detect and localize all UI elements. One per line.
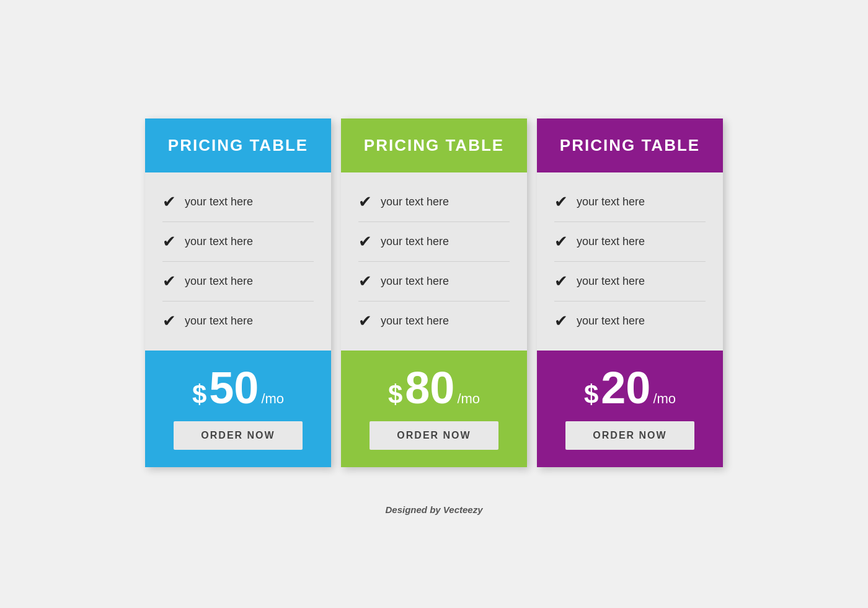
order-button-green[interactable]: ORDER NOW xyxy=(370,421,498,450)
footer-credit-text: Designed by xyxy=(385,504,443,515)
price-amount: 20 xyxy=(601,365,650,410)
feature-text: your text here xyxy=(185,275,253,288)
feature-item: ✔your text here xyxy=(358,182,510,222)
checkmark-icon: ✔ xyxy=(554,192,568,212)
feature-text: your text here xyxy=(381,315,449,328)
card-footer-purple: $20/moORDER NOW xyxy=(537,351,723,467)
feature-text: your text here xyxy=(381,195,449,208)
checkmark-icon: ✔ xyxy=(554,311,568,331)
price-dollar-sign: $ xyxy=(584,382,598,408)
price-period: /mo xyxy=(653,392,676,406)
feature-item: ✔your text here xyxy=(554,262,706,302)
checkmark-icon: ✔ xyxy=(358,272,372,291)
checkmark-icon: ✔ xyxy=(554,232,568,251)
feature-text: your text here xyxy=(577,315,645,328)
footer-credit: Designed by Vecteezy xyxy=(385,504,482,515)
card-features-green: ✔your text here✔your text here✔your text… xyxy=(341,172,527,351)
card-footer-green: $80/moORDER NOW xyxy=(341,351,527,467)
price-display: $50/mo xyxy=(157,365,319,410)
card-features-purple: ✔your text here✔your text here✔your text… xyxy=(537,172,723,351)
feature-item: ✔your text here xyxy=(162,182,314,222)
order-button-purple[interactable]: ORDER NOW xyxy=(565,421,694,450)
price-period: /mo xyxy=(261,392,284,406)
feature-text: your text here xyxy=(185,315,253,328)
feature-text: your text here xyxy=(577,275,645,288)
price-display: $20/mo xyxy=(549,365,711,410)
price-dollar-sign: $ xyxy=(192,382,206,408)
checkmark-icon: ✔ xyxy=(162,232,176,251)
price-amount: 50 xyxy=(209,365,259,410)
card-header-green: PRICING TABLE xyxy=(341,118,527,172)
feature-text: your text here xyxy=(577,195,645,208)
feature-text: your text here xyxy=(381,275,449,288)
card-header-blue: PRICING TABLE xyxy=(145,118,331,172)
checkmark-icon: ✔ xyxy=(162,311,176,331)
order-button-blue[interactable]: ORDER NOW xyxy=(174,421,303,450)
feature-text: your text here xyxy=(185,235,253,248)
checkmark-icon: ✔ xyxy=(358,232,372,251)
feature-text: your text here xyxy=(185,195,253,208)
checkmark-icon: ✔ xyxy=(162,192,176,212)
pricing-card-blue: PRICING TABLE✔your text here✔your text h… xyxy=(145,118,331,467)
feature-item: ✔your text here xyxy=(554,222,706,262)
pricing-card-purple: PRICING TABLE✔your text here✔your text h… xyxy=(537,118,723,467)
footer-brand: Vecteezy xyxy=(443,504,483,515)
checkmark-icon: ✔ xyxy=(162,272,176,291)
card-header-purple: PRICING TABLE xyxy=(537,118,723,172)
feature-item: ✔your text here xyxy=(358,222,510,262)
pricing-wrapper: PRICING TABLE✔your text here✔your text h… xyxy=(128,94,740,492)
feature-item: ✔your text here xyxy=(162,302,314,341)
price-dollar-sign: $ xyxy=(388,382,402,408)
price-display: $80/mo xyxy=(353,365,515,410)
feature-item: ✔your text here xyxy=(554,302,706,341)
card-features-blue: ✔your text here✔your text here✔your text… xyxy=(145,172,331,351)
checkmark-icon: ✔ xyxy=(554,272,568,291)
checkmark-icon: ✔ xyxy=(358,311,372,331)
feature-text: your text here xyxy=(381,235,449,248)
card-footer-blue: $50/moORDER NOW xyxy=(145,351,331,467)
checkmark-icon: ✔ xyxy=(358,192,372,212)
pricing-card-green: PRICING TABLE✔your text here✔your text h… xyxy=(341,118,527,467)
feature-item: ✔your text here xyxy=(358,262,510,302)
feature-item: ✔your text here xyxy=(554,182,706,222)
price-amount: 80 xyxy=(405,365,454,410)
feature-item: ✔your text here xyxy=(162,262,314,302)
price-period: /mo xyxy=(457,392,480,406)
feature-item: ✔your text here xyxy=(162,222,314,262)
feature-item: ✔your text here xyxy=(358,302,510,341)
feature-text: your text here xyxy=(577,235,645,248)
